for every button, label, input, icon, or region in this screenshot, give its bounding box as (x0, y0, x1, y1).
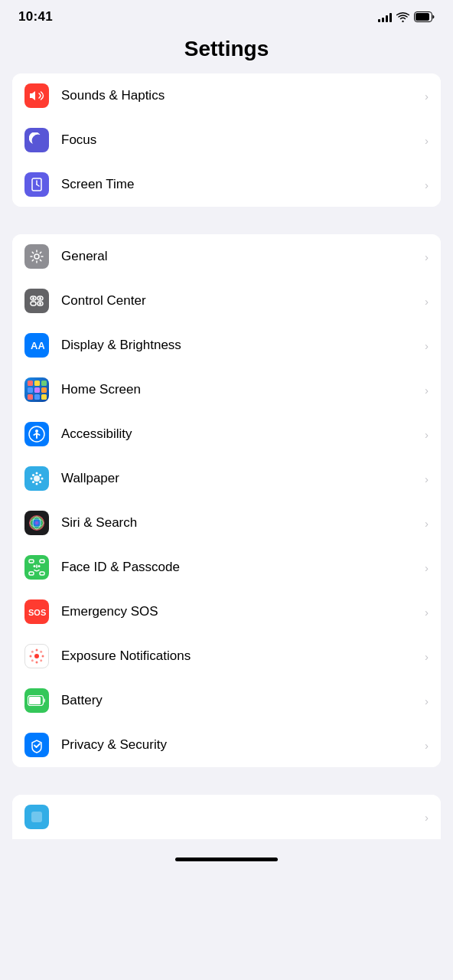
wallpaper-label: Wallpaper (61, 471, 419, 486)
exposure-notifications-row[interactable]: Exposure Notifications › (12, 634, 441, 678)
svg-point-53 (31, 659, 34, 662)
privacy-security-row[interactable]: Privacy & Security › (12, 723, 441, 767)
svg-point-34 (29, 515, 44, 531)
battery-icon (414, 11, 435, 22)
svg-point-47 (36, 662, 38, 664)
exposure-icon (24, 644, 49, 668)
focus-label: Focus (61, 132, 419, 148)
general-icon (24, 244, 49, 269)
svg-rect-10 (31, 302, 36, 305)
chevron-icon: › (425, 561, 429, 574)
display-brightness-label: Display & Brightness (61, 338, 419, 353)
face-id-row[interactable]: Face ID & Passcode › (12, 545, 441, 590)
svg-point-50 (31, 651, 34, 653)
svg-rect-19 (41, 387, 47, 393)
svg-rect-18 (34, 387, 40, 393)
chevron-icon: › (425, 811, 429, 824)
sounds-haptics-label: Sounds & Haptics (61, 88, 419, 103)
svg-point-30 (32, 474, 34, 476)
siri-search-label: Siri & Search (61, 515, 419, 531)
chevron-icon: › (425, 606, 429, 619)
display-brightness-row[interactable]: AA Display & Brightness › (12, 323, 441, 368)
status-bar: 10:41 (0, 0, 453, 31)
sounds-haptics-icon (24, 83, 49, 108)
chevron-icon: › (425, 178, 429, 191)
general-label: General (61, 249, 419, 264)
chevron-icon: › (425, 428, 429, 441)
svg-rect-40 (40, 572, 44, 575)
settings-section-1: Sounds & Haptics › Focus › Screen Time › (12, 74, 441, 207)
siri-search-row[interactable]: Siri & Search › (12, 501, 441, 545)
emergency-sos-label: Emergency SOS (61, 604, 419, 619)
status-time: 10:41 (18, 9, 53, 24)
svg-point-24 (35, 430, 38, 433)
control-center-label: Control Center (61, 293, 419, 309)
home-screen-label: Home Screen (61, 382, 419, 397)
svg-rect-56 (31, 812, 42, 822)
battery-row[interactable]: Battery › (12, 678, 441, 723)
svg-point-51 (40, 659, 42, 662)
svg-rect-1 (416, 13, 429, 21)
privacy-security-icon (24, 733, 49, 757)
display-brightness-icon: AA (24, 333, 49, 358)
bottom-peek-section: › (12, 795, 441, 839)
svg-point-26 (36, 472, 38, 475)
svg-rect-38 (40, 560, 44, 563)
svg-rect-21 (34, 394, 40, 400)
chevron-icon: › (425, 472, 429, 485)
face-id-label: Face ID & Passcode (61, 560, 419, 575)
control-center-icon (24, 289, 49, 313)
chevron-icon: › (425, 90, 429, 103)
chevron-icon: › (425, 339, 429, 352)
emergency-sos-icon: SOS (24, 599, 49, 624)
page-title: Settings (0, 37, 453, 61)
svg-rect-17 (28, 387, 33, 393)
svg-point-12 (39, 302, 41, 305)
svg-point-27 (36, 483, 38, 485)
svg-point-33 (32, 481, 34, 483)
svg-point-25 (34, 475, 40, 482)
wallpaper-icon (24, 466, 49, 491)
screen-time-row[interactable]: Screen Time › (12, 162, 441, 207)
general-row[interactable]: General › (12, 234, 441, 279)
accessibility-row[interactable]: Accessibility › (12, 412, 441, 456)
face-id-icon (24, 555, 49, 580)
chevron-icon: › (425, 694, 429, 707)
chevron-icon: › (425, 134, 429, 147)
svg-rect-14 (28, 381, 33, 386)
wallpaper-row[interactable]: Wallpaper › (12, 456, 441, 501)
chevron-icon: › (425, 650, 429, 663)
focus-row[interactable]: Focus › (12, 118, 441, 162)
svg-point-49 (42, 655, 44, 658)
wifi-icon (396, 11, 409, 22)
home-indicator (0, 851, 453, 874)
home-bar (175, 858, 278, 861)
svg-rect-37 (29, 560, 34, 563)
battery-label: Battery (61, 693, 419, 708)
svg-rect-20 (28, 394, 33, 400)
signal-icon (378, 11, 392, 22)
svg-rect-55 (29, 697, 41, 704)
svg-rect-39 (29, 572, 34, 575)
svg-point-28 (31, 478, 33, 480)
privacy-security-label: Privacy & Security (61, 737, 419, 753)
svg-point-52 (40, 651, 42, 653)
control-center-row[interactable]: Control Center › (12, 279, 441, 323)
accessibility-icon (24, 422, 49, 446)
svg-rect-16 (41, 381, 47, 386)
settings-section-2: General › Control Center › AA Display & … (12, 234, 441, 767)
home-screen-row[interactable]: Home Screen › (12, 368, 441, 412)
bottom-peek-row[interactable]: › (12, 795, 441, 839)
svg-point-48 (30, 655, 32, 658)
svg-text:SOS: SOS (28, 608, 46, 617)
accessibility-label: Accessibility (61, 426, 419, 442)
screen-time-label: Screen Time (61, 177, 419, 192)
sounds-haptics-row[interactable]: Sounds & Haptics › (12, 74, 441, 118)
chevron-icon: › (425, 384, 429, 397)
svg-text:AA: AA (31, 340, 44, 351)
chevron-icon: › (425, 295, 429, 308)
svg-point-31 (39, 481, 41, 483)
svg-point-42 (38, 565, 41, 567)
emergency-sos-row[interactable]: SOS Emergency SOS › (12, 590, 441, 634)
siri-icon (24, 511, 49, 535)
